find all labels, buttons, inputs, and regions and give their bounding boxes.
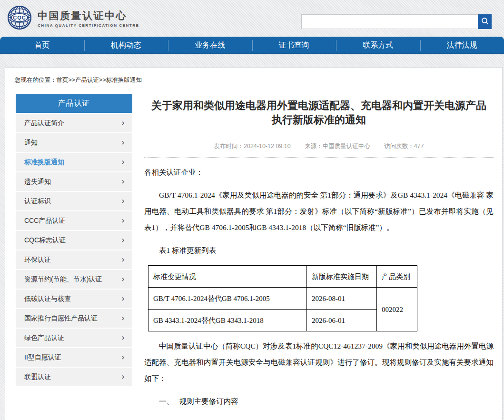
sidebar-item-resource-saving-certification[interactable]: 资源节约(节能、节水)认证 ›	[16, 270, 132, 289]
col-header-change: 标准变更情况	[148, 266, 307, 288]
cell-category: 002022	[377, 288, 417, 331]
content-panel: 您现在的位置：首页>>产品认证>>标准换版通知 产品认证 产品认证简介 › 通知…	[5, 67, 503, 420]
chevron-right-icon: ›	[121, 275, 125, 283]
sidebar-item-green-product[interactable]: 绿色产品认证 ›	[16, 329, 132, 347]
intro-paragraph: GB/T 4706.1-2024《家用及类似用途电器的的安全 第1部分：通用要求…	[144, 187, 494, 236]
sidebar-item-certification-mark[interactable]: 认证标识 ›	[16, 192, 132, 210]
chevron-right-icon: ›	[121, 139, 125, 147]
standards-update-table: 标准变更情况 新版标准实施日期 产品类别 GB/T 4706.1-2024替代G…	[148, 265, 417, 331]
chevron-right-icon: ›	[121, 353, 125, 361]
list-item-1: 1. GB/T 4706.1-2024替代GB 4706.1-2005；	[144, 416, 494, 420]
sidebar-item-national-voluntary[interactable]: 国家推行自愿性产品认证 ›	[16, 309, 132, 328]
visit-count: 访问次数：477	[384, 143, 424, 150]
chevron-right-icon: ›	[121, 373, 125, 381]
sidebar-item-loss-notice[interactable]: 遗失通知 ›	[16, 172, 132, 191]
logo-abbr-text: CQC	[13, 15, 26, 20]
chevron-right-icon: ›	[121, 256, 125, 264]
col-header-date: 新版标准实施日期	[307, 266, 377, 288]
table-caption: 表1 标准更新列表	[144, 242, 494, 259]
table-row: GB/T 4706.1-2024替代GB 4706.1-2005 2026-08…	[148, 288, 417, 310]
sidebar-item-low-carbon[interactable]: 低碳认证与核查 ›	[16, 290, 132, 308]
site-logo[interactable]: CQC 中国质量认证中心 CHINA QUALITY CERTIFICATION…	[7, 5, 139, 32]
cqc-globe-logo-icon: CQC	[7, 5, 32, 32]
article-source: 来源：中国质量认证中心	[305, 143, 370, 150]
search-button[interactable]	[478, 14, 492, 29]
breadcrumb-path[interactable]: 首页>>产品认证>>标准换版通知	[57, 77, 142, 83]
publish-time: 发布时间：2024-10-12 09:10	[214, 143, 290, 150]
sidebar-item-notice[interactable]: 通知 ›	[16, 133, 132, 152]
nav-item-home[interactable]: 首页	[0, 37, 84, 54]
logo-name-cn: 中国质量认证中心	[38, 10, 139, 22]
chevron-right-icon: ›	[121, 295, 125, 303]
table-header-row: 标准变更情况 新版标准实施日期 产品类别	[148, 266, 417, 288]
nav-item-laws[interactable]: 法律法规	[420, 37, 504, 54]
main-nav: 首页 机构动态 业务在线 证书查询 联系方式 法律法规	[0, 37, 504, 54]
sidebar-item-intro[interactable]: 产品认证简介 ›	[16, 114, 132, 132]
sidebar-item-alliance-certification[interactable]: 联盟认证 ›	[16, 368, 132, 386]
sidebar-item-type-ii-voluntary[interactable]: II型自愿认证 ›	[16, 348, 132, 367]
section-heading: 一、 规则主要修订内容	[144, 393, 494, 410]
chevron-right-icon: ›	[121, 178, 125, 186]
logo-name-en: CHINA QUALITY CERTIFICATION CENTRE	[38, 23, 139, 28]
page-title: 关于家用和类似用途电器用外置电源适配器、充电器和内置开关电源产品执行新版标准的通…	[149, 99, 489, 127]
cell-date-2: 2026-06-01	[307, 310, 377, 331]
chevron-right-icon: ›	[121, 158, 125, 166]
chevron-right-icon: ›	[121, 217, 125, 225]
col-header-category: 产品类别	[377, 266, 417, 288]
cell-change-1: GB/T 4706.1-2024替代GB 4706.1-2005	[148, 288, 307, 310]
article: 关于家用和类似用途电器用外置电源适配器、充电器和内置开关电源产品执行新版标准的通…	[144, 94, 494, 420]
search-icon	[481, 17, 489, 27]
chevron-right-icon: ›	[121, 314, 125, 322]
search-input[interactable]	[301, 14, 478, 29]
chevron-right-icon: ›	[121, 236, 125, 244]
chevron-right-icon: ›	[121, 334, 125, 342]
salutation: 各相关认证企业：	[144, 164, 494, 180]
chevron-right-icon: ›	[121, 197, 125, 205]
revision-paragraph: 中国质量认证中心（简称CQC）对涉及表1标准的CQC12-461237-2009…	[144, 338, 494, 387]
sidebar-item-standard-update-notice[interactable]: 标准换版通知 ›	[16, 153, 132, 171]
sidebar-item-environmental-certification[interactable]: 环保认证 ›	[16, 250, 132, 269]
sidebar-item-ccc-certification[interactable]: CCC产品认证 ›	[16, 211, 132, 230]
cell-change-2: GB 4343.1-2024替代GB 4343.1-2018	[148, 310, 307, 331]
article-body: 各相关认证企业： GB/T 4706.1-2024《家用及类似用途电器的的安全 …	[144, 164, 494, 420]
sidebar-title: 产品认证	[16, 94, 132, 113]
cell-date-1: 2026-08-01	[307, 288, 377, 310]
breadcrumb-label: 您现在的位置：	[15, 77, 57, 83]
sidebar-item-cqc-mark-certification[interactable]: CQC标志认证 ›	[16, 231, 132, 250]
nav-item-contact[interactable]: 联系方式	[336, 37, 420, 54]
nav-item-online-business[interactable]: 业务在线	[168, 37, 252, 54]
chevron-right-icon: ›	[121, 119, 125, 127]
sidebar-product-certification: 产品认证 产品认证简介 › 通知 › 标准换版通知 › 遗失通知 › 认证标识 …	[16, 94, 132, 386]
search-box	[301, 14, 492, 29]
article-meta: 发布时间：2024-10-12 09:10 来源：中国质量认证中心 访问次数：4…	[144, 142, 494, 158]
site-header: CQC 中国质量认证中心 CHINA QUALITY CERTIFICATION…	[0, 0, 504, 37]
breadcrumb: 您现在的位置：首页>>产品认证>>标准换版通知	[15, 76, 502, 84]
nav-item-certificate-query[interactable]: 证书查询	[252, 37, 336, 54]
nav-item-news[interactable]: 机构动态	[84, 37, 168, 54]
